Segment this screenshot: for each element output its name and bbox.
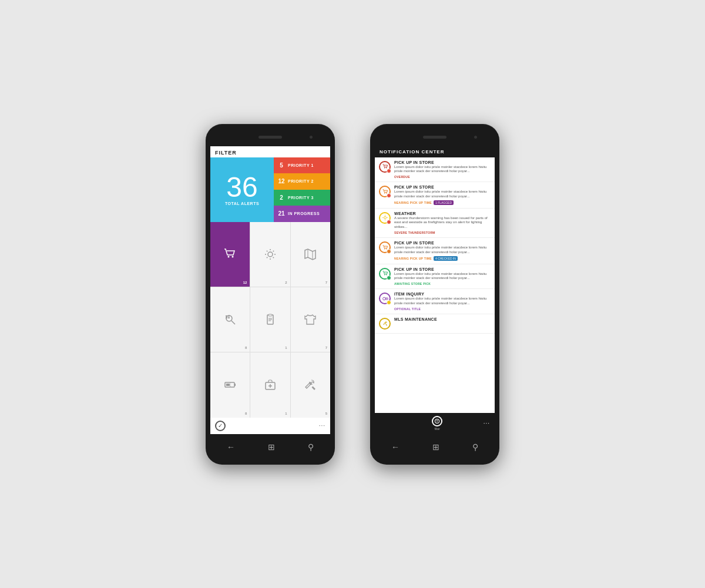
notification-screen: NOTIFICATION CENTER PICK UP IN STORE Lor… — [375, 146, 495, 434]
notif-icon-wrap-1 — [378, 160, 391, 173]
notif-item-2[interactable]: PICK UP IN STORE Lorem ipsum dolor isitu… — [375, 182, 495, 209]
phone-2: NOTIFICATION CENTER PICK UP IN STORE Lor… — [370, 124, 499, 465]
priority-dot-3 — [387, 220, 391, 224]
priority-dot-5 — [387, 275, 391, 280]
tile-battery[interactable]: 8 — [210, 352, 250, 417]
screen-1: FILTER 36 TOTAL ALERTS 5 PRIORITY 1 12 — [210, 146, 330, 434]
tile-tools[interactable]: 5 — [291, 352, 330, 417]
tile-clipboard[interactable]: 1 — [250, 287, 290, 352]
notif-body-2: Lorem ipsum dolor isitu prisle moinler s… — [394, 190, 491, 199]
svg-point-34 — [384, 193, 385, 194]
speaker-1 — [258, 136, 282, 139]
phone-top-1 — [210, 131, 330, 144]
priority-dot-2 — [387, 193, 391, 198]
svg-marker-11 — [305, 249, 315, 260]
notif-content-7: MLS MAINTENANCE — [394, 317, 491, 321]
notif-tag-1: OVERDUE — [394, 175, 410, 179]
svg-rect-27 — [226, 384, 230, 386]
notif-item-6[interactable]: ITEM INQUIRY Lorem ipsum dolor isitu pri… — [375, 289, 495, 314]
svg-line-9 — [267, 257, 267, 257]
in-progress-label: IN PROGRESS — [288, 211, 320, 216]
svg-rect-18 — [226, 317, 227, 318]
tiles-top: 36 TOTAL ALERTS 5 PRIORITY 1 12 PRIORITY… — [210, 157, 330, 222]
svg-point-43 — [384, 274, 385, 275]
svg-point-33 — [386, 167, 387, 169]
tile-shirt[interactable]: 7 — [291, 287, 330, 352]
notif-title-3: WEATHER — [394, 211, 491, 216]
notif-title-5: PICK UP IN STORE — [394, 267, 491, 271]
notif-item-7[interactable]: MLS MAINTENANCE — [375, 314, 495, 334]
back-button-1[interactable]: ← — [227, 442, 235, 452]
tile-battery-badge: 8 — [245, 412, 247, 415]
tile-sun[interactable]: 2 — [250, 222, 290, 287]
notif-title-6: ITEM INQUIRY — [394, 292, 491, 296]
notif-icon-wrap-7 — [378, 317, 391, 330]
notif-title-2: PICK UP IN STORE — [394, 185, 491, 189]
svg-point-42 — [386, 248, 387, 250]
notif-badge-2: 1 FLAGGED — [434, 200, 454, 205]
tile-search-grid[interactable]: 8 — [210, 287, 250, 352]
total-number: 36 — [226, 173, 257, 201]
notif-icon-mls-7 — [379, 318, 391, 330]
notif-tag-row-6: OPTIONAL TITLE — [394, 307, 491, 311]
back-button-2[interactable]: ← — [391, 442, 400, 452]
windows-button-2[interactable]: ⊞ — [432, 442, 439, 452]
tile-cart[interactable]: 12 — [210, 222, 250, 287]
search-button-2[interactable]: ⚲ — [472, 442, 478, 452]
notif-tag-row-1: OVERDUE — [394, 175, 491, 179]
notif-icon-wrap-2 — [378, 185, 391, 198]
search-button-1[interactable]: ⚲ — [308, 442, 314, 452]
svg-line-8 — [273, 257, 274, 257]
svg-line-10 — [273, 251, 274, 251]
svg-rect-16 — [226, 315, 227, 317]
svg-rect-19 — [228, 317, 230, 318]
notif-icon-wrap-3 — [378, 211, 391, 224]
tile-map[interactable]: 7 — [291, 222, 330, 287]
windows-button-1[interactable]: ⊞ — [268, 442, 275, 452]
tile-sun-badge: 2 — [285, 281, 287, 284]
filter-screen: FILTER 36 TOTAL ALERTS 5 PRIORITY 1 12 — [210, 146, 330, 434]
priority-dot-6 — [387, 300, 391, 305]
notif-icon-wrap-4 — [378, 241, 391, 254]
in-progress-count: 21 — [277, 210, 286, 217]
priority-dot-4 — [387, 249, 391, 254]
notif-body-5: Lorem ipsum dolor isitu prisle moinler s… — [394, 272, 491, 281]
svg-line-15 — [231, 321, 235, 324]
tile-map-badge: 7 — [325, 281, 327, 284]
priority-1-label: PRIORITY 1 — [288, 163, 314, 167]
svg-point-36 — [384, 217, 386, 219]
filter-icon-circle — [432, 416, 442, 426]
notif-content-4: PICK UP IN STORE Lorem ipsum dolor isitu… — [394, 241, 491, 261]
tile-cart-badge: 12 — [243, 281, 247, 284]
svg-point-35 — [386, 193, 387, 194]
notif-item-1[interactable]: PICK UP IN STORE Lorem ipsum dolor isitu… — [375, 157, 495, 183]
notif-tag-6: OPTIONAL TITLE — [394, 307, 421, 311]
more-dots[interactable]: ··· — [319, 422, 325, 429]
checkmark-button[interactable]: ✓ — [215, 421, 226, 431]
more-dots-2[interactable]: ··· — [484, 420, 490, 426]
screen-2: NOTIFICATION CENTER PICK UP IN STORE Lor… — [375, 146, 495, 434]
svg-point-44 — [386, 274, 387, 275]
in-progress-tile[interactable]: 21 IN PROGRESS — [274, 206, 330, 222]
tile-medkit[interactable]: 1 — [250, 352, 290, 417]
priority-2-tile[interactable]: 12 PRIORITY 2 — [274, 173, 330, 190]
notif-tag-row-3: SEVERE THUNDERSTORM — [394, 231, 491, 234]
phone-nav-2: ← ⊞ ⚲ — [375, 436, 495, 458]
priority-2-label: PRIORITY 2 — [288, 179, 314, 183]
priority-2-count: 12 — [277, 178, 286, 184]
notif-item-3[interactable]: WEATHER A severe thunderstorm warning ha… — [375, 209, 495, 238]
tile-shirt-badge: 7 — [325, 346, 327, 350]
total-alerts-tile[interactable]: 36 TOTAL ALERTS — [210, 157, 274, 222]
tile-tools-badge: 5 — [325, 412, 327, 415]
priority-3-label: PRIORITY 3 — [288, 196, 314, 200]
priority-3-tile[interactable]: 2 PRIORITY 3 — [274, 190, 330, 206]
notif-body-3: A severe thunderstorm warning has been i… — [394, 216, 491, 230]
notif-item-4[interactable]: PICK UP IN STORE Lorem ipsum dolor isitu… — [375, 238, 495, 264]
priority-3-count: 2 — [277, 194, 286, 201]
notif-item-5[interactable]: PICK UP IN STORE Lorem ipsum dolor isitu… — [375, 264, 495, 290]
notif-tag-5: AWAITING STORE PICK — [394, 282, 431, 285]
notif-title-4: PICK UP IN STORE — [394, 241, 491, 245]
priority-1-tile[interactable]: 5 PRIORITY 1 — [274, 157, 330, 174]
phone-nav-1: ← ⊞ ⚲ — [210, 436, 330, 458]
filter-button[interactable]: filter — [432, 416, 442, 431]
